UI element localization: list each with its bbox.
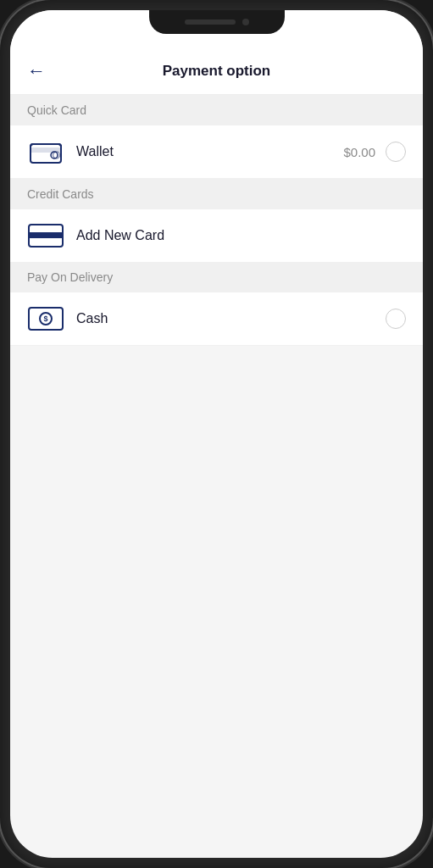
phone-notch [149, 10, 285, 34]
cash-label: Cash [76, 311, 386, 326]
phone-screen: ← Payment option Quick Card W [10, 10, 423, 858]
wallet-icon [27, 139, 64, 164]
cash-item[interactable]: $ Cash [10, 292, 423, 346]
pay-on-delivery-section-label: Pay On Delivery [10, 262, 423, 292]
back-button[interactable]: ← [27, 60, 46, 82]
wallet-value: $0.00 [343, 145, 375, 159]
credit-cards-section-label: Credit Cards [10, 179, 423, 209]
notch-camera [242, 19, 249, 25]
cash-radio[interactable] [386, 309, 406, 329]
add-new-card-label: Add New Card [76, 228, 164, 243]
page-header: ← Payment option [10, 47, 423, 95]
add-new-card-item[interactable]: Add New Card [10, 209, 423, 262]
wallet-item[interactable]: Wallet $0.00 [10, 125, 423, 179]
credit-card-icon [27, 223, 64, 248]
quick-card-section-label: Quick Card [10, 95, 423, 125]
payment-content: Quick Card Wallet $0.00 Credit Car [10, 95, 423, 346]
notch-speaker [185, 19, 236, 25]
page-title: Payment option [163, 63, 271, 80]
wallet-radio[interactable] [386, 142, 406, 162]
cash-icon: $ [27, 306, 64, 331]
wallet-label: Wallet [76, 144, 343, 159]
phone-frame: ← Payment option Quick Card W [0, 0, 433, 868]
